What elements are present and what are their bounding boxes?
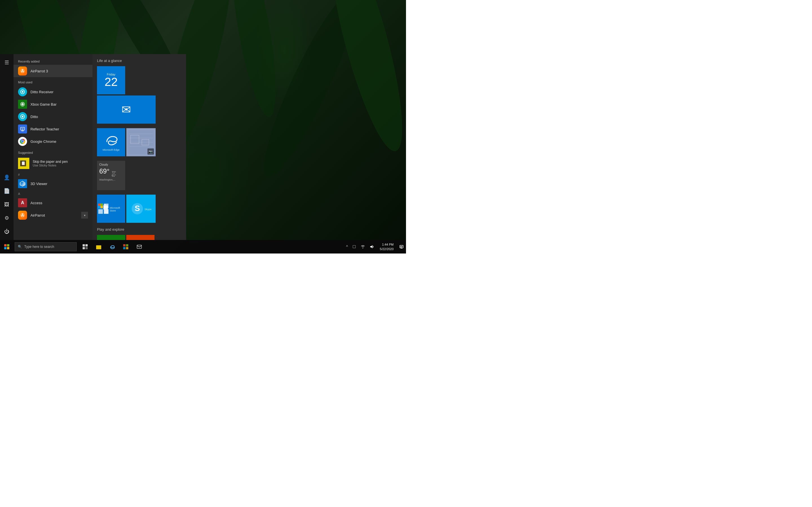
svg-rect-73 [400,246,403,247]
suggested-text: Skip the paper and pen Use Sticky Notes [33,160,68,167]
expand-button[interactable]: ▾ [81,212,88,219]
search-bar[interactable]: 🔍 Type here to search [15,242,77,251]
xbox-icon [18,100,27,109]
calendar-day-number: 22 [105,76,118,88]
notification-tray-icon[interactable]: ^ [344,244,350,249]
svg-rect-61 [86,244,88,246]
notification-center-icon[interactable] [397,244,406,249]
suggested-title: Skip the paper and pen [33,160,68,164]
settings-icon[interactable]: ⚙ [1,212,13,224]
suggested-subtitle: Use Sticky Notes [33,164,68,167]
app-xbox-game-bar[interactable]: Xbox Game Bar [13,98,93,110]
3dviewer-name: 3D Viewer [31,182,47,186]
tiles-row-3: Cloudy 69° 72° 61° Washington,... [97,161,182,190]
photos-icon[interactable]: 🖼 [1,198,13,211]
weather-temp: 69° [99,167,109,175]
tiles-row-5 [97,235,182,240]
tile-weather[interactable]: Cloudy 69° 72° 61° Washington,... [97,161,125,190]
tile-music-app[interactable] [126,235,154,240]
suggested-sticky-notes[interactable]: 📋 Skip the paper and pen Use Sticky Note… [13,156,93,171]
app-airparrot3[interactable]: AirParrot 3 [13,65,93,77]
search-placeholder: Type here to search [24,245,54,249]
airparrot-name: AirParrot [31,213,45,217]
ditto-name: Ditto [31,115,38,119]
tile-calendar[interactable]: Friday 22 [97,66,125,94]
svg-rect-60 [83,244,85,246]
weather-high: 72° [112,171,116,174]
network-icon[interactable] [358,244,367,249]
store-taskbar-button[interactable] [119,240,132,253]
weather-temp-row: 69° 72° 61° [99,166,123,177]
tile-edge[interactable]: Microsoft Edge [97,128,125,156]
photos-preview: 📷 [126,128,156,156]
svg-rect-56 [4,244,6,246]
svg-rect-59 [7,247,9,249]
svg-rect-57 [7,244,9,246]
taskbar-right: ^ ☐ 1:44 PM 5/22/2020 [344,240,406,253]
tablet-mode-icon[interactable]: ☐ [350,244,358,249]
reflector-teacher-name: Reflector Teacher [31,127,59,131]
alpha-a: A [13,190,93,196]
tile-mail[interactable]: ✉ [97,96,156,124]
app-airparrot[interactable]: AirParrot ▾ [13,209,93,221]
taskbar-center [79,240,146,253]
start-button[interactable] [0,240,13,253]
task-view-button[interactable] [79,240,91,253]
ditto-receiver-name: Ditto Receiver [31,90,54,94]
app-reflector-teacher[interactable]: Reflector Teacher [13,123,93,135]
suggested-label: Suggested [13,148,93,156]
svg-rect-39 [104,209,108,214]
svg-point-13 [22,116,23,117]
airparrot3-name: AirParrot 3 [31,69,48,73]
documents-icon[interactable]: 📄 [1,185,13,197]
weather-city: Washington,... [99,178,123,181]
3dviewer-icon [18,179,27,188]
user-icon[interactable]: 👤 [1,171,13,184]
weather-status: Cloudy [99,163,123,166]
tile-green-app[interactable] [97,235,125,240]
apps-panel: Recently added AirParrot 3 Most used D [13,54,93,240]
ditto-icon [18,112,27,121]
svg-point-4 [223,0,285,120]
mail-taskbar-button[interactable] [133,240,146,253]
svg-rect-68 [126,247,128,249]
file-explorer-button[interactable] [93,240,105,253]
volume-icon[interactable] [367,244,376,249]
start-menu-sidebar: ☰ 👤 📄 🖼 ⚙ ⏻ [0,54,13,240]
app-ditto[interactable]: Ditto [13,110,93,123]
svg-rect-40 [98,204,101,206]
sticky-notes-icon: 📋 [18,158,29,169]
chrome-icon [18,137,27,146]
svg-rect-63 [86,247,88,249]
store-tile-label: Microsoft Store [110,207,125,212]
access-name: Access [31,201,42,205]
taskbar: 🔍 Type here to search [0,240,406,253]
airparrot3-icon [18,66,27,75]
xbox-game-bar-name: Xbox Game Bar [31,102,57,107]
power-icon[interactable]: ⏻ [1,225,13,238]
tiles-row-1: Friday 22 ✉ [97,66,182,124]
skype-tile-label: Skype [144,208,151,211]
app-ditto-receiver[interactable]: Ditto Receiver [13,86,93,98]
svg-rect-66 [126,244,128,246]
reflector-teacher-icon [18,124,27,133]
tile-store[interactable]: Microsoft Store [97,194,125,223]
app-3dviewer[interactable]: 3D Viewer [13,177,93,190]
system-clock[interactable]: 1:44 PM 5/22/2020 [376,242,397,251]
start-menu: ☰ 👤 📄 🖼 ⚙ ⏻ Recently added AirParrot 3 [0,54,186,240]
svg-rect-62 [83,247,85,249]
search-icon: 🔍 [18,245,22,249]
tile-photos[interactable]: 📷 [126,128,156,156]
app-google-chrome[interactable]: Google Chrome [13,135,93,148]
tile-skype[interactable]: S Skype [126,194,156,223]
hamburger-menu-icon[interactable]: ☰ [1,56,13,69]
edge-taskbar-button[interactable] [106,240,118,253]
app-access[interactable]: A Access [13,196,93,209]
svg-rect-69 [137,245,142,248]
google-chrome-name: Google Chrome [31,139,56,144]
svg-rect-44 [103,205,108,209]
tiles-row-4: Microsoft Store S Skype [97,194,182,223]
airparrot-icon [18,211,27,220]
tiles-panel: Life at a glance Friday 22 ✉ Microsoft E… [93,54,186,240]
svg-rect-72 [401,248,402,248]
